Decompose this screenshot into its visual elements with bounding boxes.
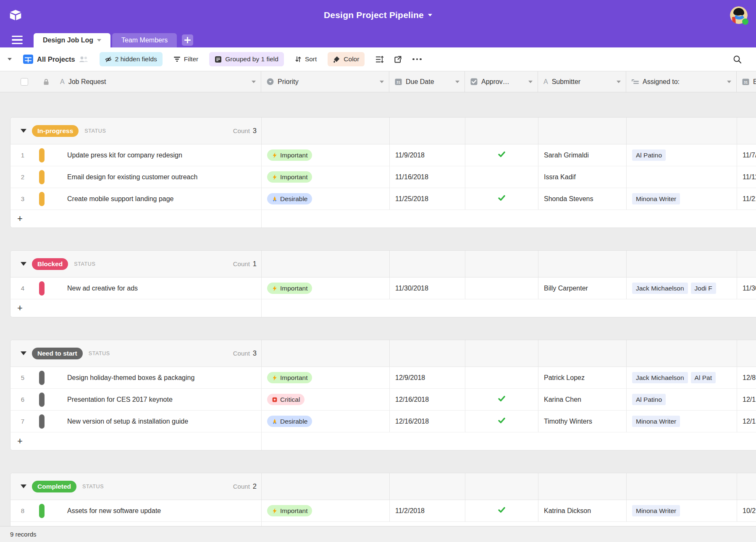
menu-icon[interactable]	[12, 36, 23, 44]
submitter-cell[interactable]: Issra Kadif	[538, 166, 627, 188]
job-request-cell[interactable]: 3Create mobile support landing page	[10, 188, 262, 209]
column-header-job-request[interactable]: A Job Request	[10, 71, 261, 92]
due-date-cell[interactable]: 11/25/2018	[390, 188, 465, 209]
priority-cell[interactable]: Important	[262, 278, 390, 299]
job-request-cell[interactable]: 5Design holiday-themed boxes & packaging	[10, 367, 262, 388]
view-switcher[interactable]: All Projects	[23, 54, 89, 65]
row-height-button[interactable]	[375, 56, 383, 63]
column-caret-icon[interactable]	[528, 81, 533, 83]
assigned-to-cell[interactable]: Al Patino	[627, 144, 737, 166]
table-row[interactable]: 5Design holiday-themed boxes & packaging…	[10, 367, 756, 389]
table-row[interactable]: 8Assets for new software updateImportant…	[10, 500, 756, 522]
job-request-cell[interactable]: 4New ad creative for ads	[10, 278, 262, 299]
end-date-cell[interactable]: 11/21	[737, 188, 756, 209]
color-button[interactable]: Color	[328, 52, 365, 66]
share-view-button[interactable]	[394, 56, 402, 63]
job-request-cell[interactable]: 8Assets for new software update	[10, 500, 262, 521]
view-sidebar-toggle[interactable]	[8, 58, 12, 60]
assigned-to-cell[interactable]: Al Patino	[627, 389, 737, 410]
submitter-cell[interactable]: Shonda Stevens	[538, 188, 627, 209]
group-header[interactable]: Need to startSTATUSCount3	[10, 340, 756, 367]
collapse-triangle-icon[interactable]	[21, 262, 26, 266]
end-date-cell[interactable]: 12/12	[737, 389, 756, 410]
add-row-icon[interactable]: +	[17, 304, 23, 313]
end-date-cell[interactable]: 11/11	[737, 166, 756, 188]
table-row[interactable]: 2Email design for existing customer outr…	[10, 166, 756, 188]
column-caret-icon[interactable]	[617, 81, 621, 83]
tab-design-job-log[interactable]: Design Job Log	[34, 33, 110, 47]
end-date-cell[interactable]: 11/7/	[737, 144, 756, 166]
group-button[interactable]: Grouped by 1 field	[209, 52, 284, 66]
column-caret-icon[interactable]	[380, 81, 384, 83]
app-logo-icon[interactable]	[9, 10, 22, 21]
approved-cell[interactable]	[465, 411, 538, 432]
due-date-cell[interactable]: 11/2/2018	[390, 500, 465, 521]
add-row[interactable]: +	[10, 210, 756, 228]
end-date-cell[interactable]: 12/13	[737, 411, 756, 432]
add-row-icon[interactable]: +	[17, 214, 23, 223]
collapse-triangle-icon[interactable]	[21, 129, 26, 133]
end-date-cell[interactable]: 12/8	[737, 367, 756, 388]
table-row[interactable]: 3Create mobile support landing pageDesir…	[10, 188, 756, 210]
job-request-cell[interactable]: 2Email design for existing customer outr…	[10, 166, 262, 188]
filter-button[interactable]: Filter	[173, 55, 198, 63]
due-date-cell[interactable]: 11/30/2018	[390, 278, 465, 299]
add-row-icon[interactable]: +	[17, 437, 23, 446]
priority-cell[interactable]: Critical	[262, 389, 390, 410]
submitter-cell[interactable]: Sarah Grimaldi	[538, 144, 627, 166]
column-header-assigned-to[interactable]: Assigned to:	[626, 71, 737, 92]
approved-cell[interactable]	[465, 188, 538, 209]
column-header-end-date[interactable]: 31 E	[737, 71, 756, 92]
priority-cell[interactable]: Important	[262, 144, 390, 166]
assigned-to-cell[interactable]: Minona Writer	[627, 411, 737, 432]
priority-cell[interactable]: Important	[262, 500, 390, 521]
assigned-to-cell[interactable]: Jack MichaelsonJodi F	[627, 278, 737, 299]
assigned-to-cell[interactable]: Minona Writer	[627, 500, 737, 521]
add-row[interactable]: +	[10, 299, 756, 317]
more-options-button[interactable]	[412, 58, 422, 60]
column-header-submitter[interactable]: A Submitter	[538, 71, 626, 92]
column-caret-icon[interactable]	[727, 81, 731, 83]
due-date-cell[interactable]: 11/16/2018	[390, 166, 465, 188]
table-row[interactable]: 7New version of setup & installation gui…	[10, 411, 756, 432]
submitter-cell[interactable]: Timothy Winters	[538, 411, 627, 432]
collapse-triangle-icon[interactable]	[21, 351, 26, 355]
assigned-to-cell[interactable]: Minona Writer	[627, 188, 737, 209]
priority-cell[interactable]: Desirable	[262, 411, 390, 432]
due-date-cell[interactable]: 11/9/2018	[390, 144, 465, 166]
group-header[interactable]: BlockedSTATUSCount1	[10, 251, 756, 278]
user-avatar[interactable]	[730, 6, 748, 24]
sort-button[interactable]: Sort	[295, 55, 317, 63]
priority-cell[interactable]: Important	[262, 166, 390, 188]
hidden-fields-button[interactable]: 2 hidden fields	[100, 52, 163, 66]
priority-cell[interactable]: Desirable	[262, 188, 390, 209]
row-select-all-checkbox[interactable]	[21, 78, 28, 86]
job-request-cell[interactable]: 6Presentation for CES 2017 keynote	[10, 389, 262, 410]
end-date-cell[interactable]: 11/30	[737, 278, 756, 299]
table-row[interactable]: 1Update press kit for company redesignIm…	[10, 144, 756, 166]
table-row[interactable]: 6Presentation for CES 2017 keynoteCritic…	[10, 389, 756, 411]
job-request-cell[interactable]: 1Update press kit for company redesign	[10, 144, 262, 166]
group-header[interactable]: CompletedSTATUSCount2	[10, 473, 756, 500]
approved-cell[interactable]	[465, 367, 538, 388]
tab-team-members[interactable]: Team Members	[112, 33, 177, 47]
due-date-cell[interactable]: 12/9/2018	[390, 367, 465, 388]
assigned-to-cell[interactable]: Jack MichaelsonAl Pat	[627, 367, 737, 388]
column-caret-icon[interactable]	[455, 81, 459, 83]
group-header[interactable]: In-progressSTATUSCount3	[10, 118, 756, 144]
submitter-cell[interactable]: Katrina Dickson	[538, 500, 627, 521]
table-row[interactable]: 4New ad creative for adsImportant11/30/2…	[10, 278, 756, 299]
add-row[interactable]: +	[10, 432, 756, 450]
column-header-due-date[interactable]: 31 Due Date	[389, 71, 465, 92]
column-header-priority[interactable]: Priority	[261, 71, 389, 92]
due-date-cell[interactable]: 12/16/2018	[390, 411, 465, 432]
collapse-triangle-icon[interactable]	[21, 484, 26, 488]
priority-cell[interactable]: Important	[262, 367, 390, 388]
submitter-cell[interactable]: Patrick Lopez	[538, 367, 627, 388]
job-request-cell[interactable]: 7New version of setup & installation gui…	[10, 411, 262, 432]
column-caret-icon[interactable]	[252, 81, 256, 83]
end-date-cell[interactable]: 10/2	[737, 500, 756, 521]
search-button[interactable]	[733, 55, 742, 64]
approved-cell[interactable]	[465, 144, 538, 166]
approved-cell[interactable]	[465, 278, 538, 299]
